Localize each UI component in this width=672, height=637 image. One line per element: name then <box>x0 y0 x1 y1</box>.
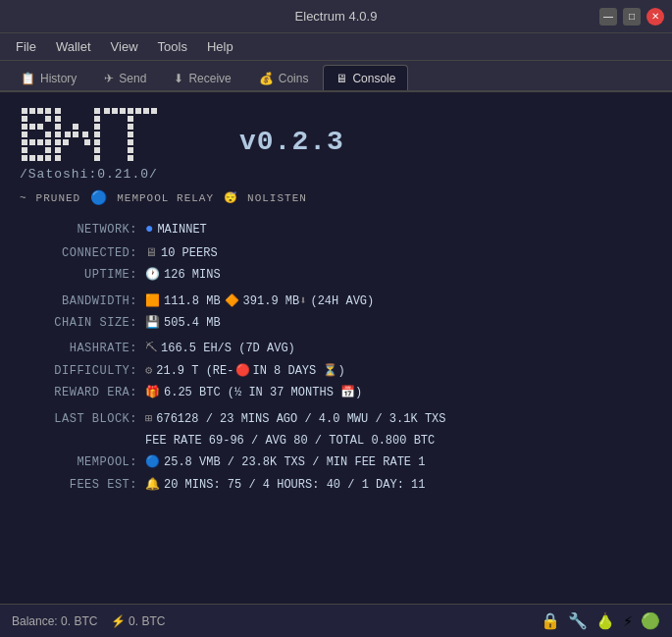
svg-rect-40 <box>94 155 100 161</box>
network-label: NETWORK: <box>20 220 137 239</box>
mempool-dot: 🔵 <box>90 189 107 206</box>
receive-icon: ⬇ <box>174 72 183 85</box>
svg-rect-35 <box>84 139 90 145</box>
hashrate-icon: ⛏ <box>145 339 157 358</box>
svg-rect-16 <box>45 147 51 153</box>
svg-rect-13 <box>37 139 43 145</box>
svg-rect-27 <box>94 124 100 130</box>
tab-send[interactable]: ✈ Send <box>91 65 159 90</box>
tab-send-label: Send <box>119 72 146 85</box>
nolisten-emoji: 😴 <box>224 191 237 204</box>
menu-file[interactable]: File <box>8 37 44 56</box>
nolisten-badge: NOLISTEN <box>247 192 307 204</box>
minimize-button[interactable]: — <box>599 8 617 26</box>
title-bar: Electrum 4.0.9 — □ ✕ <box>0 0 672 33</box>
tab-coins-label: Coins <box>279 72 309 85</box>
chainsize-row: CHAIN SIZE: 💾 505.4 MB <box>20 313 652 333</box>
svg-rect-1 <box>29 108 35 114</box>
mempool-value: 25.8 VMB / 23.8K TXS / MIN FEE RATE 1 <box>164 452 425 472</box>
menu-help[interactable]: Help <box>199 37 241 56</box>
bandwidth-separator: 🔶 <box>225 292 239 311</box>
uptime-value: 126 MINS <box>164 265 221 285</box>
window-controls: — □ ✕ <box>599 8 664 26</box>
bandwidth-row: BANDWIDTH: 🟧 111.8 MB 🔶 391.9 MB ⬇ (24H … <box>20 292 652 311</box>
svg-rect-38 <box>94 147 100 153</box>
bandwidth-section: BANDWIDTH: 🟧 111.8 MB 🔶 391.9 MB ⬇ (24H … <box>20 292 652 334</box>
network-info: NETWORK: ● MAINNET CONNECTED: 🖥 10 PEERS… <box>20 218 652 286</box>
svg-rect-28 <box>55 132 61 137</box>
settings-icon[interactable]: 🔧 <box>568 611 588 631</box>
satoshi-line: /Satoshi:0.21.0/ <box>20 167 652 182</box>
svg-rect-4 <box>22 116 27 122</box>
svg-rect-0 <box>22 108 27 114</box>
bandwidth-val2: 391.9 MB <box>243 292 300 311</box>
console-icon: 🖥 <box>336 72 347 85</box>
lock-icon[interactable]: 🔒 <box>541 611 560 631</box>
svg-rect-37 <box>55 147 61 153</box>
hashrate-label: HASHRATE: <box>20 339 137 358</box>
svg-rect-51 <box>128 139 133 145</box>
svg-rect-15 <box>22 147 27 153</box>
svg-rect-19 <box>37 155 43 161</box>
history-icon: 📋 <box>21 72 35 85</box>
svg-rect-31 <box>82 132 88 137</box>
bwt-version: v0.2.3 <box>239 127 344 157</box>
close-button[interactable]: ✕ <box>646 8 664 26</box>
connected-label: CONNECTED: <box>20 243 137 263</box>
difficulty-label: DIFFICULTY: <box>20 361 137 381</box>
menu-view[interactable]: View <box>103 37 146 56</box>
chainsize-value: 505.4 MB <box>164 313 221 333</box>
reward-row: REWARD ERA: 🎁 6.25 BTC (½ IN 37 MONTHS 📅… <box>20 383 652 402</box>
tab-bar: 📋 History ✈ Send ⬇ Receive 💰 Coins 🖥 Con… <box>0 61 672 92</box>
menu-wallet[interactable]: Wallet <box>48 37 99 56</box>
status-badges: ~ PRUNED 🔵 MEMPOOL RELAY 😴 NOLISTEN <box>20 189 652 206</box>
bandwidth-avg: (24H AVG) <box>310 292 374 311</box>
svg-rect-11 <box>22 139 27 145</box>
svg-rect-44 <box>128 108 133 114</box>
svg-rect-48 <box>128 116 133 122</box>
fees-row: FEES EST: 🔔 20 MINS: 75 / 4 HOURS: 40 / … <box>20 475 652 495</box>
chainsize-label: CHAIN SIZE: <box>20 313 137 333</box>
status-bar: Balance: 0. BTC ⚡ 0. BTC 🔒 🔧 🍐 ⚡ 🟢 <box>0 604 672 637</box>
lastblock-value: 676128 / 23 MINS AGO / 4.0 MWU / 3.1K TX… <box>156 409 445 429</box>
window-title: Electrum 4.0.9 <box>295 9 378 24</box>
tab-console[interactable]: 🖥 Console <box>323 65 408 90</box>
connection-icon[interactable]: 🟢 <box>641 611 660 631</box>
tab-history[interactable]: 📋 History <box>8 65 89 90</box>
svg-rect-45 <box>135 108 141 114</box>
svg-rect-9 <box>22 132 27 137</box>
coins-icon: 💰 <box>259 72 274 85</box>
bitcoin-icon[interactable]: 🍐 <box>595 611 615 631</box>
uptime-row: UPTIME: 🕐 126 MINS <box>20 265 652 285</box>
svg-rect-43 <box>120 108 126 114</box>
menu-tools[interactable]: Tools <box>150 37 195 56</box>
tab-coins[interactable]: 💰 Coins <box>246 65 322 90</box>
svg-rect-14 <box>45 139 51 145</box>
svg-rect-17 <box>22 155 27 161</box>
svg-rect-39 <box>55 155 61 161</box>
svg-rect-50 <box>128 132 133 137</box>
svg-rect-5 <box>45 116 51 122</box>
mempool-icon: 🔵 <box>145 452 160 472</box>
svg-rect-3 <box>45 108 51 114</box>
mempool-label: MEMPOOL: <box>20 452 137 472</box>
maximize-button[interactable]: □ <box>623 8 641 26</box>
svg-rect-29 <box>65 132 71 137</box>
bwt-logo: v0.2.3 <box>20 106 652 163</box>
tab-history-label: History <box>40 72 77 85</box>
svg-rect-23 <box>55 116 61 122</box>
fees-label: FEES EST: <box>20 475 137 495</box>
svg-rect-18 <box>29 155 35 161</box>
svg-rect-47 <box>151 108 157 114</box>
re-icon: 🔴 <box>235 361 250 381</box>
lightning-icon[interactable]: ⚡ <box>623 611 633 631</box>
svg-rect-25 <box>55 124 61 130</box>
status-icons: 🔒 🔧 🍐 ⚡ 🟢 <box>541 611 660 631</box>
balance-text: Balance: 0. BTC <box>12 614 97 628</box>
svg-rect-7 <box>29 124 35 130</box>
svg-rect-26 <box>73 124 78 130</box>
clock-icon: 🕐 <box>145 265 160 285</box>
svg-rect-24 <box>94 116 100 122</box>
connected-row: CONNECTED: 🖥 10 PEERS <box>20 243 652 263</box>
tab-receive[interactable]: ⬇ Receive <box>161 65 243 90</box>
